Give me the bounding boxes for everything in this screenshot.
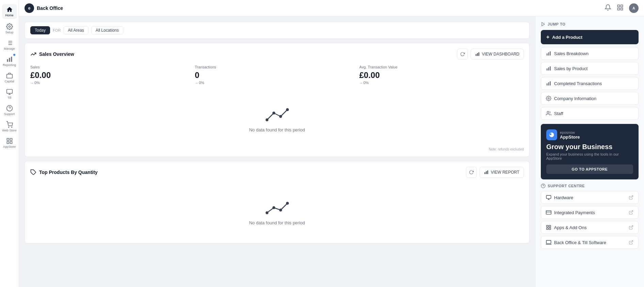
sidebar-item-label-support: Support [4,112,15,116]
sales-change: → 0% [30,81,195,85]
support-header: SUPPORT CENTRE [541,184,639,188]
svg-rect-28 [478,52,479,56]
top-products-refresh-button[interactable] [466,167,477,178]
svg-rect-45 [547,68,548,70]
support-link-label-hardware: Hardware [554,195,573,200]
svg-point-17 [11,127,12,128]
sidebar-item-home[interactable]: Home [2,4,17,19]
top-products-line-chart [264,196,291,216]
support-link-hardware[interactable]: Hardware [541,191,639,204]
locations-filter-button[interactable]: All Locations [91,26,123,34]
svg-point-0 [9,26,10,28]
sales-overview-title-row: Sales Overview [30,51,74,57]
full-layout: e Back Office A Today FOR All Areas All … [19,0,644,287]
sidebar-item-setup[interactable]: Setup [0,20,19,37]
avatar[interactable]: A [629,3,639,13]
app-logo: e Back Office [25,3,63,13]
bar-chart-icon-2 [546,66,551,71]
support-link-label-integrated-payments: Integrated Payments [554,210,595,215]
sales-overview-actions: VIEW DASHBOARD [457,49,524,60]
svg-rect-69 [546,240,551,243]
transactions-value: 0 [195,70,359,80]
sidebar-item-label-till: Till [7,96,11,99]
svg-rect-34 [485,172,485,174]
top-products-header: Top Products By Quantity VIEW REPORT [30,167,524,178]
svg-point-39 [280,209,282,211]
jump-link-label-sales-by-product: Sales by Product [554,66,587,71]
filter-for-label: FOR [53,28,61,32]
support-link-back-office-till[interactable]: Back Office & Till Software [541,236,639,249]
svg-rect-7 [7,59,8,62]
jump-link-sales-by-product[interactable]: Sales by Product [541,62,639,75]
sidebar-item-label-home: Home [5,14,13,17]
transactions-label: Transactions [195,65,359,69]
svg-point-54 [550,133,551,135]
jump-link-label-completed-transactions: Completed Transactions [554,81,602,86]
svg-rect-8 [9,58,10,62]
svg-rect-11 [6,90,12,94]
jump-link-sales-breakdown[interactable]: Sales Breakdown [541,47,639,60]
sidebar-item-reporting[interactable]: Reporting [0,53,19,69]
top-products-chart-area: No data found for this period [30,183,524,238]
home-icon [6,6,13,13]
sales-stat: Sales £0.00 → 0% [30,65,195,85]
view-dashboard-button[interactable]: VIEW DASHBOARD [471,49,524,60]
top-products-no-data-text: No data found for this period [249,220,305,225]
grid-icon[interactable] [617,4,624,12]
sidebar-item-support[interactable]: Support [0,102,19,118]
svg-rect-25 [618,8,620,10]
sidebar-item-capital[interactable]: Capital [0,69,19,86]
sidebar-item-web-store[interactable]: Web Store [0,118,19,135]
support-link-left-apps-add-ons: Apps & Add Ons [546,225,586,230]
appstore-header: eposnow AppStore [546,129,633,140]
svg-rect-66 [549,228,551,229]
bar-chart-icon-3 [546,81,551,86]
svg-rect-19 [10,139,12,141]
svg-line-68 [631,226,633,228]
sidebar-item-till[interactable]: Till [0,86,19,102]
external-link-icon-apps [629,225,633,230]
top-products-card: Top Products By Quantity VIEW REPORT [25,161,530,243]
sidebar-item-manage[interactable]: Manage [0,37,19,53]
add-product-button[interactable]: + Add a Product [541,30,639,44]
svg-point-30 [273,112,275,114]
svg-line-70 [631,241,633,243]
svg-point-52 [547,111,549,113]
sidebar-item-label-web-store: Web Store [2,129,16,132]
svg-rect-64 [547,225,548,227]
svg-point-32 [286,109,288,111]
sales-overview-refresh-button[interactable] [457,49,468,60]
sales-overview-title: Sales Overview [39,51,74,57]
capital-icon [6,72,13,79]
transactions-stat: Transactions 0 → 0% [195,65,359,85]
stats-row: Sales £0.00 → 0% Transactions 0 → 0% [30,65,524,85]
support-link-apps-add-ons[interactable]: Apps & Add Ons [541,221,639,234]
support-link-label-apps-add-ons: Apps & Add Ons [554,225,586,230]
appstore-title: Grow your Business [546,143,633,151]
jump-to-icon [541,22,546,27]
logo-circle: e [25,3,34,13]
bell-icon[interactable] [604,4,611,12]
go-to-appstore-button[interactable]: GO TO APPSTORE [546,164,633,174]
grid-icon-support [546,225,551,230]
app-name: Back Office [37,5,63,11]
svg-rect-43 [548,52,549,55]
svg-point-16 [8,127,9,128]
svg-point-38 [273,207,275,209]
avg-transaction-label: Avg. Transaction Value [359,65,524,69]
support-link-left-hardware: Hardware [546,195,573,200]
jump-link-staff[interactable]: Staff [541,107,639,120]
svg-rect-22 [618,5,620,7]
date-filter-button[interactable]: Today [30,26,50,34]
jump-link-completed-transactions[interactable]: Completed Transactions [541,77,639,90]
staff-icon [546,111,551,116]
sidebar-item-app-store[interactable]: AppStore [0,135,19,151]
top-bar: e Back Office A [19,0,644,16]
gear-icon [546,96,551,101]
svg-point-51 [548,98,549,99]
areas-filter-button[interactable]: All Areas [63,26,88,34]
view-report-button[interactable]: VIEW REPORT [480,167,524,178]
jump-link-company-information[interactable]: Company Information [541,92,639,105]
jump-to-label: JUMP TO [548,22,565,26]
support-link-integrated-payments[interactable]: Integrated Payments [541,206,639,219]
